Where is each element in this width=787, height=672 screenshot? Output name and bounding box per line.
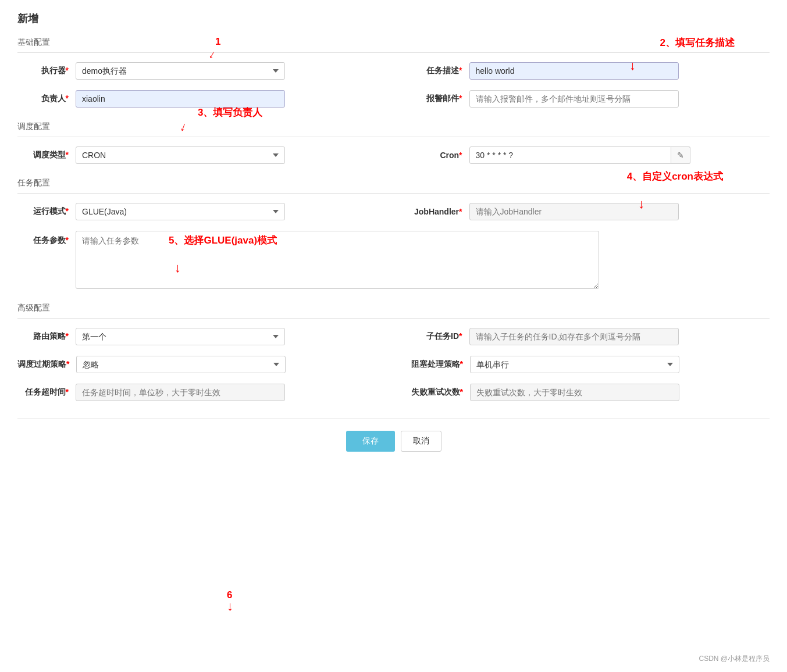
cron-group: Cron* ✎ [411, 146, 770, 164]
executor-group: 执行器* demo执行器 [17, 62, 376, 80]
executor-select[interactable]: demo执行器 [76, 62, 285, 80]
route-strategy-label: 路由策略* [17, 331, 76, 342]
task-params-textarea[interactable] [76, 231, 599, 289]
footer-buttons: 保存 取消 [17, 419, 770, 452]
basic-config-section: 基础配置 执行器* demo执行器 任务描述* hello world [17, 37, 770, 108]
basic-config-title: 基础配置 [17, 37, 770, 53]
job-handler-input[interactable] [469, 203, 679, 220]
task-desc-group: 任务描述* hello world [411, 62, 770, 80]
advanced-row-2: 调度过期策略* 忽略 阻塞处理策略* 单机串行 [17, 356, 770, 373]
schedule-config-section: 调度配置 调度类型* CRON Cron* ✎ [17, 121, 770, 164]
job-handler-label: JobHandler* [411, 207, 469, 216]
schedule-expire-group: 调度过期策略* 忽略 [17, 356, 376, 373]
schedule-expire-label: 调度过期策略* [17, 359, 76, 370]
advanced-row-1: 路由策略* 第一个 子任务ID* [17, 328, 770, 345]
advanced-config-title: 高级配置 [17, 303, 770, 319]
cron-input[interactable] [469, 146, 671, 164]
responsible-input[interactable] [76, 90, 285, 108]
cron-label: Cron* [411, 151, 469, 160]
task-config-section: 任务配置 运行模式* GLUE(Java) JobHandler* [17, 178, 770, 289]
child-task-id-label: 子任务ID* [411, 331, 469, 342]
basic-row-2: 负责人* 报警邮件* [17, 90, 770, 108]
run-mode-select[interactable]: GLUE(Java) [76, 203, 285, 220]
alarm-email-group: 报警邮件* [411, 90, 770, 108]
task-config-title: 任务配置 [17, 178, 770, 194]
child-task-id-input[interactable] [469, 328, 679, 345]
route-strategy-group: 路由策略* 第一个 [17, 328, 376, 345]
alarm-email-input[interactable] [469, 90, 679, 108]
timeout-input[interactable] [76, 384, 285, 401]
task-row-2: 任务参数* [17, 231, 770, 289]
retry-label: 失败重试次数* [411, 387, 470, 398]
annotation-3: 3、填写负责人 [198, 106, 262, 119]
retry-group: 失败重试次数* [411, 384, 770, 401]
schedule-type-group: 调度类型* CRON [17, 146, 376, 164]
task-desc-label: 任务描述* [411, 66, 469, 76]
responsible-group: 负责人* [17, 90, 376, 108]
task-params-label: 任务参数* [17, 231, 76, 246]
alarm-email-label: 报警邮件* [411, 94, 469, 104]
advanced-row-3: 任务超时间* 失败重试次数* [17, 384, 770, 401]
run-mode-label: 运行模式* [17, 206, 76, 217]
schedule-type-select[interactable]: CRON [76, 146, 285, 164]
task-params-group: 任务参数* [17, 231, 770, 289]
cron-input-wrapper: ✎ [469, 146, 690, 164]
task-row-1: 运行模式* GLUE(Java) JobHandler* [17, 203, 770, 220]
cron-edit-button[interactable]: ✎ [671, 146, 690, 164]
job-handler-group: JobHandler* [411, 203, 770, 220]
retry-input[interactable] [470, 384, 679, 401]
advanced-config-section: 高级配置 路由策略* 第一个 子任务ID* 调度过期 [17, 303, 770, 401]
responsible-label: 负责人* [17, 94, 76, 104]
route-strategy-select[interactable]: 第一个 [76, 328, 285, 345]
cancel-button[interactable]: 取消 [401, 431, 441, 452]
timeout-label: 任务超时间* [17, 387, 76, 398]
run-mode-group: 运行模式* GLUE(Java) [17, 203, 376, 220]
page-title: 新增 [17, 12, 770, 26]
block-strategy-label: 阻塞处理策略* [411, 359, 470, 370]
task-desc-input[interactable]: hello world [469, 62, 679, 80]
executor-label: 执行器* [17, 66, 76, 76]
schedule-config-title: 调度配置 [17, 121, 770, 137]
annotation-6: 6 [227, 589, 232, 601]
save-button[interactable]: 保存 [346, 431, 395, 452]
child-task-id-group: 子任务ID* [411, 328, 770, 345]
block-strategy-group: 阻塞处理策略* 单机串行 [411, 356, 770, 373]
schedule-row-1: 调度类型* CRON Cron* ✎ [17, 146, 770, 164]
watermark: CSDN @小林是程序员 [699, 654, 770, 664]
arrow-6: ↓ [227, 599, 233, 614]
block-strategy-select[interactable]: 单机串行 [470, 356, 679, 373]
schedule-expire-select[interactable]: 忽略 [76, 356, 286, 373]
schedule-type-label: 调度类型* [17, 150, 76, 160]
basic-row-1: 执行器* demo执行器 任务描述* hello world [17, 62, 770, 80]
timeout-group: 任务超时间* [17, 384, 376, 401]
